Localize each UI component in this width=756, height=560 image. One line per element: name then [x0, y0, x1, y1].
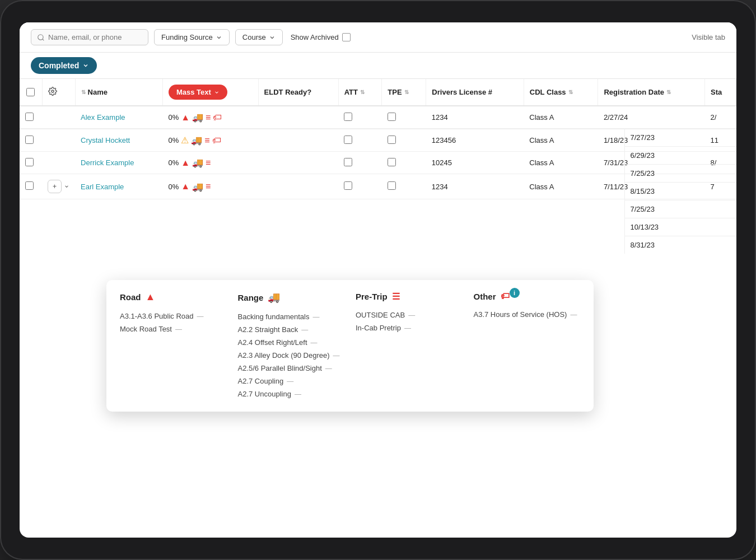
att-checkbox[interactable]: [344, 181, 352, 190]
warning-icon: ▲: [181, 181, 190, 192]
range-section-title: Range 🚚: [238, 291, 345, 304]
row-checkbox[interactable]: [25, 181, 34, 190]
sort-icon: [214, 90, 220, 95]
range-items-list: Backing fundamentals— A2.2 Straight Back…: [238, 310, 345, 400]
row-license-cell: 1234: [426, 174, 524, 199]
reg-date-column-header: Registration Date ⇅: [598, 79, 705, 106]
chevron-down-icon: [216, 34, 222, 41]
select-all-header: [20, 79, 42, 106]
dropdown-sections: Road ▲ A3.1-A3.6 Public Road —: [120, 291, 580, 400]
row-eldt-ready-cell: [258, 174, 338, 199]
row-gear-cell: [42, 129, 75, 152]
att-column-header: ATT ⇅: [338, 79, 382, 106]
row-checkbox[interactable]: [25, 158, 34, 166]
list-item: A2.5/6 Parallel Blind/Sight—: [238, 362, 345, 375]
mass-text-column-header: Mass Text: [162, 79, 258, 106]
gear-icon[interactable]: [48, 87, 57, 96]
row-gear-cell: [42, 152, 75, 174]
att-checkbox[interactable]: [344, 136, 352, 144]
pretrip-items-list: OUTSIDE CAB— In-Cab Pretrip—: [356, 309, 463, 334]
completed-button[interactable]: Completed: [31, 57, 97, 74]
other-tag-icon: 🏷 i: [501, 291, 510, 301]
row-checkbox-cell: [20, 174, 42, 199]
row-tpe-cell: [382, 106, 426, 129]
tag-icon: 🏷: [213, 113, 222, 123]
row-gear-cell: [42, 106, 75, 129]
list-item: A3.7 Hours of Service (HOS)—: [474, 308, 581, 321]
row-license-cell: 1234: [426, 106, 524, 129]
range-truck-icon: 🚚: [268, 291, 280, 304]
svg-line-1: [43, 39, 44, 40]
show-archived-checkbox[interactable]: [342, 33, 351, 41]
name-column-header: ⇅ Name: [75, 79, 162, 106]
row-checkbox[interactable]: [25, 136, 34, 144]
student-name-link[interactable]: Alex Example: [81, 113, 125, 122]
row-att-cell: [338, 106, 382, 129]
att-checkbox[interactable]: [344, 113, 352, 121]
drivers-license-column-header: Drivers License #: [426, 79, 524, 106]
student-name-link[interactable]: Crystal Hockett: [81, 136, 130, 144]
pretrip-section-title: Pre-Trip ☰: [356, 291, 463, 302]
tpe-checkbox[interactable]: [388, 181, 396, 190]
att-checkbox[interactable]: [344, 158, 352, 166]
row-name-cell: Crystal Hockett: [75, 129, 162, 152]
toolbar: Funding Source Course Show Archived Visi…: [20, 22, 736, 53]
row-name-cell: Alex Example: [75, 106, 162, 129]
row-eldt-cell: 0% ▲ 🚚 ≡: [162, 174, 258, 199]
row-checkbox-cell: [20, 106, 42, 129]
row-cdl-cell: Class A: [524, 106, 598, 129]
row-name-cell: Derrick Example: [75, 152, 162, 174]
tpe-checkbox[interactable]: [388, 113, 396, 121]
chevron-down-icon: [269, 34, 276, 41]
list-item: In-Cab Pretrip—: [356, 321, 463, 334]
row-eldt-cell: 0% ▲ 🚚 ≡ 🏷: [162, 106, 258, 129]
list-item: A2.2 Straight Back—: [238, 323, 345, 336]
chevron-down-icon[interactable]: [64, 184, 69, 189]
other-section-title: Other 🏷 i: [474, 291, 581, 301]
row-cdl-cell: Class A: [524, 174, 598, 199]
add-row-button[interactable]: +: [48, 180, 62, 193]
row-checkbox-cell: [20, 152, 42, 174]
mass-text-button[interactable]: Mass Text: [169, 85, 227, 100]
row-checkbox-cell: [20, 129, 42, 152]
tpe-checkbox[interactable]: [388, 158, 396, 166]
status-column-header: Sta: [705, 79, 736, 106]
gear-header: [42, 79, 75, 106]
student-name-link[interactable]: Earl Example: [81, 183, 124, 191]
row-checkbox[interactable]: [25, 113, 34, 121]
cdl-class-column-header: CDL Class ⇅: [524, 79, 598, 106]
tpe-column-header: TPE ⇅: [382, 79, 426, 106]
list-icon: ≡: [206, 158, 211, 168]
row-eldt-ready-cell: [258, 152, 338, 174]
truck-icon: 🚚: [192, 157, 203, 168]
student-name-link[interactable]: Derrick Example: [81, 158, 134, 167]
list-item: A2.7 Coupling—: [238, 375, 345, 388]
show-archived-toggle[interactable]: Show Archived: [291, 33, 351, 41]
svg-point-2: [52, 90, 54, 92]
row-gear-cell: +: [42, 174, 75, 199]
row-license-cell: 123456: [426, 129, 524, 152]
row-eldt-ready-cell: [258, 106, 338, 129]
eldt-ready-column-header: ELDT Ready?: [258, 79, 338, 106]
screen: Funding Source Course Show Archived Visi…: [20, 22, 736, 538]
expanded-row: Road ▲ A3.1-A3.6 Public Road —: [20, 129, 736, 129]
row-att-cell: [338, 152, 382, 174]
course-dropdown[interactable]: Course: [235, 29, 283, 45]
select-all-checkbox[interactable]: [26, 88, 35, 96]
row-eldt-cell: 0% ⚠ 🚚 ≡ 🏷: [162, 129, 258, 152]
row-tpe-cell: [382, 174, 426, 199]
truck-icon: 🚚: [191, 135, 202, 146]
funding-source-dropdown[interactable]: Funding Source: [154, 29, 230, 45]
truck-icon: 🚚: [192, 112, 203, 123]
row-status-cell: 2/: [705, 106, 736, 129]
row-tpe-cell: [382, 152, 426, 174]
row-att-cell: [338, 174, 382, 199]
search-box[interactable]: [31, 29, 148, 45]
tpe-checkbox[interactable]: [388, 136, 396, 144]
row-eldt-ready-cell: [258, 129, 338, 152]
row-name-cell: Earl Example: [75, 174, 162, 199]
tag-icon: 🏷: [212, 136, 221, 146]
road-section-title: Road ▲: [120, 291, 227, 303]
toolbar2: Completed: [20, 53, 736, 79]
search-input[interactable]: [48, 33, 138, 41]
